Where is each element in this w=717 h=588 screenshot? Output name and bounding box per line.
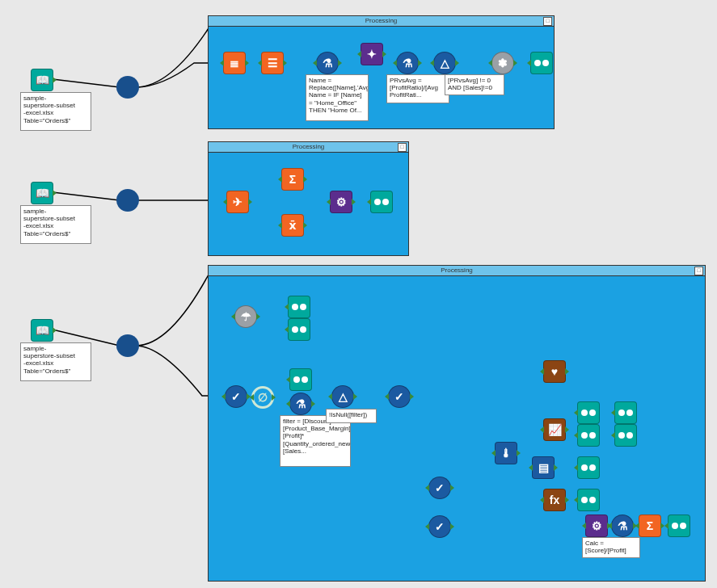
input-annotation-3: sample- superstore-subset -excel.xlsx Ta…	[20, 342, 91, 381]
check-tool-4[interactable]: ✓	[428, 515, 451, 538]
cluster-tool-1[interactable]: ✽	[491, 52, 514, 74]
annotation-name-replace: Name = Replace([Name],'Avg_',"") Name = …	[306, 74, 369, 121]
summarize-tool-2[interactable]: Σ	[639, 514, 661, 537]
container-3-close[interactable]: □	[694, 267, 703, 275]
select-icon: ☰	[268, 57, 278, 69]
annotation-filter-cond: [PRvsAvg] != 0 AND [Sales]!=0	[445, 74, 504, 95]
annotation-notnull: !IsNull([filter])	[326, 409, 377, 423]
browse-tool-6[interactable]	[577, 424, 600, 447]
book-icon: 📖	[36, 74, 49, 86]
thermometer-icon: 🌡	[500, 447, 512, 460]
scatter-icon: ✽	[498, 57, 508, 69]
select-tool-1[interactable]: ≣	[223, 52, 246, 74]
input-data-tool-2[interactable]: 📖	[31, 182, 53, 204]
browse-tool-8[interactable]	[577, 489, 600, 511]
browse-tool-1[interactable]	[530, 52, 553, 74]
summarize-tool[interactable]: Σ	[281, 168, 304, 191]
check-icon: ✓	[394, 390, 404, 403]
sigma-icon: Σ	[647, 519, 653, 532]
filter-icon: △	[339, 390, 348, 403]
browse-tool-9[interactable]	[668, 514, 690, 537]
thermo-tool[interactable]: 🌡	[495, 442, 517, 464]
browse-tool-6b[interactable]	[614, 424, 637, 447]
sample-tool[interactable]: ☂	[234, 305, 257, 328]
function-icon: fx	[550, 494, 559, 506]
container-2-header[interactable]: Processing □	[209, 142, 408, 153]
filter-tool-1[interactable]: △	[433, 52, 456, 74]
flask-icon: ⚗	[296, 397, 306, 410]
browse-tool-4[interactable]	[289, 368, 312, 391]
book-icon: 📖	[36, 324, 49, 337]
browse-tool-7[interactable]	[577, 456, 600, 479]
check-icon: ✓	[435, 520, 445, 533]
gear-icon: ⚙	[592, 519, 602, 532]
browse-tool-5[interactable]	[577, 401, 600, 424]
null-icon: ∅	[258, 391, 268, 404]
container-2-title: Processing	[293, 143, 325, 150]
connector-dot-1[interactable]	[116, 76, 139, 99]
browse-tool-3a[interactable]	[288, 296, 310, 318]
flask-icon: ⚗	[618, 519, 628, 532]
check-tool-3[interactable]: ✓	[428, 477, 451, 499]
gear-icon: ⚙	[336, 195, 347, 208]
score-tool[interactable]: fx	[543, 489, 566, 511]
connector-dot-3[interactable]	[116, 334, 139, 357]
runner-icon: ✈	[233, 195, 243, 208]
formula-tool-2[interactable]: ⚗	[396, 52, 419, 74]
book-tool[interactable]: ▤	[532, 456, 555, 479]
input-data-tool-1[interactable]: 📖	[31, 69, 53, 91]
container-2-close[interactable]: □	[398, 143, 407, 152]
xbar-icon: x̄	[289, 219, 296, 232]
formula-tool-3[interactable]: ⚗	[289, 393, 312, 415]
join-icon: ✦	[367, 48, 377, 61]
container-3-title: Processing	[441, 267, 473, 274]
umbrella-icon: ☂	[241, 310, 251, 323]
filter-icon: △	[441, 57, 449, 69]
check-icon: ✓	[231, 390, 241, 403]
input-annotation-2: sample- superstore-subset -excel.xlsx Ta…	[20, 205, 91, 244]
container-3-header[interactable]: Processing □	[209, 266, 705, 276]
chart-icon: 📈	[548, 423, 562, 436]
check-tool-1[interactable]: ✓	[225, 385, 247, 408]
input-data-tool-3[interactable]: 📖	[31, 319, 53, 342]
container-1-title: Processing	[365, 17, 398, 24]
gear-tool-1[interactable]: ⚙	[330, 191, 352, 213]
select-tool-2[interactable]: ☰	[261, 52, 284, 74]
join-tool-1[interactable]: ✦	[361, 43, 383, 65]
heart-icon: ♥	[551, 365, 558, 378]
select-icon: ≣	[230, 57, 239, 69]
book-icon: ▤	[538, 461, 549, 474]
formula-tool-4[interactable]: ⚗	[611, 514, 634, 537]
heart-tool[interactable]: ♥	[543, 360, 566, 383]
formula-tool-1[interactable]: ⚗	[316, 52, 339, 74]
check-icon: ✓	[435, 481, 445, 494]
average-tool[interactable]: x̄	[281, 214, 304, 237]
sigma-icon: Σ	[289, 173, 296, 186]
run-tool[interactable]: ✈	[226, 191, 249, 213]
chart-tool-1[interactable]: 📈	[543, 418, 566, 441]
annotation-calc: Calc = [Score]/[Profit]	[582, 537, 640, 558]
connector-dot-2[interactable]	[116, 189, 139, 212]
flask-icon: ⚗	[323, 57, 333, 69]
flask-icon: ⚗	[403, 57, 413, 69]
check-tool-2[interactable]: ✓	[388, 385, 411, 408]
browse-tool-5b[interactable]	[614, 401, 637, 424]
browse-tool-2[interactable]	[370, 191, 393, 213]
container-1-close[interactable]: □	[543, 17, 552, 26]
input-annotation-1: sample- superstore-subset -excel.xlsx Ta…	[20, 92, 91, 131]
browse-tool-3b[interactable]	[288, 318, 310, 341]
annotation-prvsavg: PRvsAvg = [ProfitRatio]/[Avg ProfitRati.…	[386, 74, 449, 103]
filter-tool-2[interactable]: △	[331, 385, 354, 408]
gear-tool-2[interactable]: ⚙	[585, 514, 608, 537]
book-icon: 📖	[36, 187, 49, 200]
null-tool[interactable]: ∅	[251, 386, 274, 409]
container-1-header[interactable]: Processing □	[209, 16, 554, 27]
